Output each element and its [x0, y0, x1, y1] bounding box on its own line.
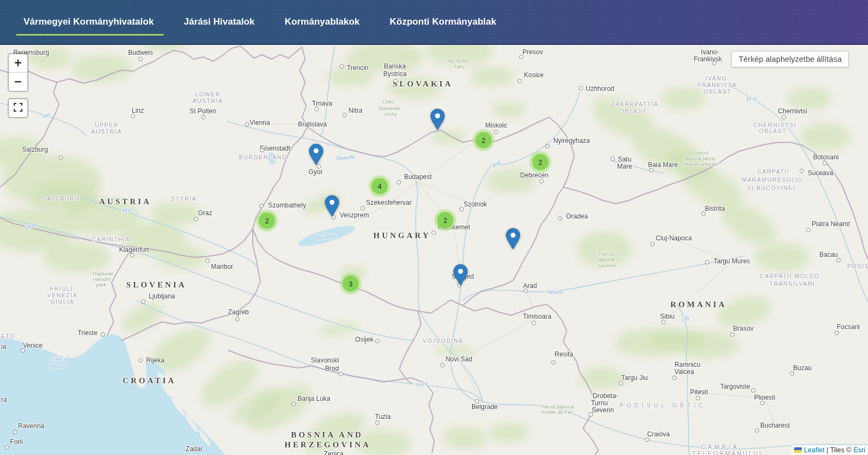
leaflet-link[interactable]: Leaflet: [804, 446, 825, 454]
map-container[interactable]: RegensburgBudweisLinzSt PoltenViennaSalz…: [0, 0, 868, 455]
map-cluster-marker[interactable]: 2: [256, 210, 278, 232]
tab-varmegyei-kormanyhivatalok[interactable]: Vármegyei Kormányhivatalok: [24, 0, 154, 44]
cluster-count: 3: [348, 280, 352, 288]
top-navigation-bar: Vármegyei Kormányhivatalok Járási Hivata…: [0, 0, 868, 45]
map-cluster-marker[interactable]: 2: [473, 129, 494, 151]
attribution-text: | Tiles ©: [826, 446, 851, 454]
map-cluster-marker[interactable]: 2: [529, 151, 551, 173]
tab-kormanyablakok[interactable]: Kormányablakok: [285, 0, 360, 44]
reset-map-button[interactable]: Térkép alaphelyzetbe állítása: [731, 51, 849, 67]
cluster-count: 4: [377, 182, 381, 191]
map-pin-marker[interactable]: [453, 264, 468, 286]
map-base-tiles: [0, 0, 868, 455]
cluster-count: 2: [481, 136, 485, 145]
fullscreen-icon: [13, 102, 23, 114]
ukraine-flag-icon: [794, 447, 802, 453]
zoom-out-button[interactable]: −: [9, 73, 27, 91]
map-attribution: Leaflet | Tiles © Esri: [791, 445, 868, 455]
map-cluster-marker[interactable]: 4: [369, 175, 391, 197]
cluster-count: 2: [443, 216, 447, 224]
tab-jarasi-hivatalok[interactable]: Járási Hivatalok: [184, 0, 254, 44]
esri-link[interactable]: Esri: [853, 446, 865, 454]
map-cluster-marker[interactable]: 2: [434, 209, 456, 231]
zoom-in-button[interactable]: +: [9, 54, 27, 73]
cluster-count: 2: [538, 158, 542, 166]
map-cluster-marker[interactable]: 3: [340, 273, 362, 295]
map-pin-marker[interactable]: [430, 108, 445, 130]
cluster-count: 2: [265, 217, 269, 225]
zoom-control: + −: [8, 53, 28, 92]
fullscreen-button[interactable]: [8, 98, 28, 118]
tab-kozponti-kormanyablak[interactable]: Központi Kormányablak: [390, 0, 497, 44]
map-pin-marker[interactable]: [324, 195, 340, 217]
map-pin-marker[interactable]: [308, 143, 324, 165]
map-pin-marker[interactable]: [505, 228, 521, 250]
